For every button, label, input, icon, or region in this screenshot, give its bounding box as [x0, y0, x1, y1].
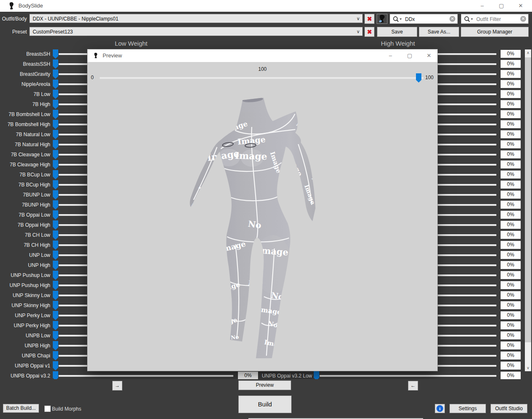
high-slider-value[interactable]: 0% [501, 291, 521, 299]
build-button[interactable]: Build [238, 396, 292, 413]
high-slider-value[interactable]: 0% [501, 271, 521, 279]
scrollbar-thumb[interactable] [525, 57, 531, 342]
low-slider-value[interactable]: 0% [238, 372, 258, 380]
high-slider-value[interactable]: 0% [501, 120, 521, 128]
low-slider-thumb[interactable] [53, 180, 58, 189]
high-slider-value[interactable]: 0% [501, 100, 521, 108]
slider-label: 7B High [0, 99, 50, 109]
high-slider-value[interactable]: 0% [501, 70, 521, 78]
high-slider-value[interactable]: 0% [501, 281, 521, 289]
low-slider-thumb[interactable] [53, 321, 58, 330]
body-model[interactable]: ImageImageNoImageImageImageImageImageIma… [88, 62, 437, 371]
low-slider-track[interactable] [59, 375, 233, 377]
bottom-panel: → Preview ← Build Batch Build... Build M… [0, 379, 532, 419]
preview-button[interactable]: Preview [238, 380, 291, 390]
scroll-up-icon[interactable]: ∧ [525, 49, 531, 56]
slider-label: NippleAreola [0, 79, 50, 89]
high-slider-value[interactable]: 0% [501, 80, 521, 88]
build-morphs-checkbox[interactable] [44, 406, 51, 412]
low-slider-thumb[interactable] [53, 311, 58, 320]
low-slider-thumb[interactable] [53, 220, 58, 230]
low-slider-thumb[interactable] [53, 331, 58, 340]
low-slider-thumb[interactable] [53, 261, 58, 270]
high-slider-value[interactable]: 0% [501, 231, 521, 239]
scroll-down-icon[interactable]: ∨ [525, 365, 531, 371]
low-slider-thumb[interactable] [53, 200, 58, 210]
high-slider-value[interactable]: 0% [501, 211, 521, 219]
low-slider-thumb[interactable] [53, 351, 58, 360]
low-slider-thumb[interactable] [53, 160, 58, 169]
high-slider-value[interactable]: 0% [501, 201, 521, 209]
high-slider-value[interactable]: 0% [501, 191, 521, 199]
slider-label: 7B BCup Low [0, 170, 50, 180]
prev-outfit-button[interactable]: ← [408, 381, 418, 391]
low-slider-thumb[interactable] [53, 140, 58, 149]
low-slider-thumb[interactable] [53, 341, 58, 350]
low-slider-thumb[interactable] [53, 230, 58, 240]
slider-label: 7B Bombshell Low [0, 109, 50, 119]
slider-label: 7B Oppai High [0, 220, 50, 230]
close-icon[interactable]: ✕ [422, 49, 436, 62]
high-slider-value[interactable]: 0% [501, 181, 521, 189]
high-slider-value[interactable]: 0% [501, 251, 521, 259]
low-slider-thumb[interactable] [53, 190, 58, 199]
high-slider-value[interactable]: 0% [501, 160, 521, 168]
high-slider-value[interactable]: 0% [501, 311, 521, 319]
high-slider-value[interactable]: 0% [501, 301, 521, 309]
minimize-icon[interactable]: – [383, 49, 398, 62]
low-slider-thumb[interactable] [53, 90, 58, 99]
low-slider-thumb[interactable] [53, 80, 58, 89]
high-slider-value[interactable]: 0% [501, 331, 521, 339]
high-slider-value[interactable]: 0% [501, 261, 521, 269]
preview-title-bar: Preview – ▢ ✕ [88, 49, 437, 62]
low-slider-thumb[interactable] [53, 291, 58, 300]
next-outfit-button[interactable]: → [112, 381, 122, 391]
low-slider-thumb[interactable] [53, 170, 58, 179]
slider-label: UNPB Chapi [0, 351, 50, 361]
low-slider-thumb[interactable] [53, 110, 58, 119]
low-slider-thumb[interactable] [53, 59, 58, 69]
high-slider-value[interactable]: 0% [501, 352, 521, 360]
high-slider-value[interactable]: 0% [501, 90, 521, 98]
high-slider-value[interactable]: 0% [501, 341, 521, 349]
low-slider-thumb[interactable] [53, 361, 58, 370]
high-slider-value[interactable]: 0% [501, 372, 521, 380]
low-slider-thumb[interactable] [53, 281, 58, 290]
slider-label: 7B Cleavage High [0, 160, 50, 170]
high-slider-value[interactable]: 0% [501, 130, 521, 138]
low-slider-thumb[interactable] [53, 241, 58, 250]
low-slider-thumb[interactable] [53, 271, 58, 280]
high-slider-value[interactable]: 0% [501, 50, 521, 58]
low-slider-thumb[interactable] [53, 150, 58, 159]
high-slider-track[interactable] [320, 375, 496, 377]
about-button[interactable]: i [435, 404, 445, 413]
slider-label: UNP Pushup Low [0, 270, 50, 280]
high-slider-value[interactable]: 0% [501, 171, 521, 178]
texture-text: Image [235, 150, 267, 162]
high-slider-value[interactable]: 0% [501, 60, 521, 68]
low-slider-thumb[interactable] [53, 251, 58, 260]
bodyslide-logo-icon [93, 52, 98, 59]
low-slider-thumb[interactable] [53, 70, 58, 79]
high-slider-value[interactable]: 0% [501, 221, 521, 229]
high-slider-value[interactable]: 0% [501, 150, 521, 158]
high-slider-value[interactable]: 0% [501, 321, 521, 329]
maximize-icon[interactable]: ▢ [403, 49, 417, 62]
slider-label: UNP Perky Low [0, 310, 50, 321]
high-slider-value[interactable]: 0% [501, 362, 521, 370]
settings-button[interactable]: Settings [449, 404, 486, 413]
batch-build-button[interactable]: Batch Build... [3, 404, 39, 413]
high-slider-value[interactable]: 0% [501, 110, 521, 118]
low-slider-thumb[interactable] [53, 301, 58, 310]
high-slider-value[interactable]: 0% [501, 241, 521, 249]
slider-label: 7B Cleavage Low [0, 150, 50, 160]
low-slider-thumb[interactable] [53, 130, 58, 139]
low-slider-thumb[interactable] [53, 100, 58, 109]
low-slider-thumb[interactable] [53, 49, 58, 59]
high-slider-value[interactable]: 0% [501, 140, 521, 148]
scrollbar[interactable]: ∧ ∨ [525, 49, 531, 371]
preview-viewport[interactable]: 100 0 100 [88, 62, 437, 371]
low-slider-thumb[interactable] [53, 210, 58, 220]
low-slider-thumb[interactable] [53, 120, 58, 129]
outfit-studio-button[interactable]: Outfit Studio [491, 404, 527, 413]
